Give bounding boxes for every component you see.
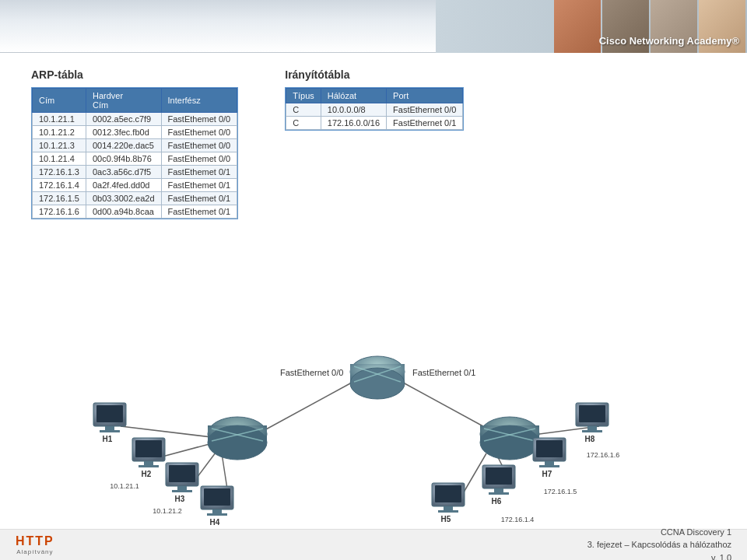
table-row: 10.1.21.30014.220e.dac5FastEthemet 0/0	[33, 139, 237, 152]
arp-table-wrapper: ARP-tábla Cím HardverCím Interfész 10.1.…	[31, 68, 238, 219]
svg-point-19	[208, 425, 267, 460]
svg-point-14	[350, 368, 405, 399]
svg-text:H7: H7	[542, 470, 552, 478]
svg-rect-60	[489, 492, 509, 495]
footer-line3: v. 1.0	[587, 551, 731, 560]
svg-rect-40	[177, 486, 187, 490]
svg-text:H8: H8	[585, 435, 595, 443]
routing-col-port: Port	[387, 89, 463, 103]
arp-col-cim: Cím	[33, 89, 86, 113]
footer-logo: HTTP Alapítvány	[16, 534, 54, 555]
svg-rect-28	[96, 405, 123, 422]
network-svg: FastEthernet 0/0 FastEthernet 0/1	[47, 271, 700, 560]
svg-text:172.16.1.5: 172.16.1.5	[544, 488, 577, 495]
arp-table-body: 10.1.21.10002.a5ec.c7f9FastEthemet 0/010…	[33, 113, 237, 219]
svg-rect-66	[539, 465, 559, 467]
table-row: 172.16.1.30ac3.a56c.d7f5FastEthemet 0/1	[33, 166, 237, 179]
svg-rect-53	[444, 506, 453, 510]
header-photo-1	[554, 0, 601, 53]
routing-table-title: Irányítótábla	[285, 68, 464, 81]
svg-text:10.1.21.1: 10.1.21.1	[110, 482, 139, 490]
table-row: 10.1.21.20012.3fec.fb0dFastEthemet 0/0	[33, 126, 237, 139]
svg-rect-46	[212, 509, 222, 513]
table-row: C172.16.0.0/16FastEthernet 0/1	[286, 117, 463, 130]
svg-line-0	[121, 426, 218, 438]
arp-col-hardver: HardverCím	[86, 89, 162, 113]
svg-rect-35	[139, 465, 159, 467]
svg-rect-58	[486, 467, 512, 485]
svg-rect-30	[100, 430, 120, 432]
footer-line1: CCNA Discovery 1	[587, 526, 731, 539]
svg-text:H6: H6	[492, 497, 502, 506]
footer: HTTP Alapítvány CCNA Discovery 1 3. feje…	[0, 529, 747, 560]
routing-col-tipus: Típus	[286, 89, 321, 103]
svg-rect-34	[144, 461, 153, 465]
svg-rect-72	[582, 430, 602, 432]
svg-rect-54	[438, 510, 458, 513]
table-row: 172.16.1.50b03.3002.ea2dFastEthemet 0/1	[33, 192, 237, 205]
header-logo-area: Cisco Networking Academy®	[436, 0, 747, 53]
http-logo-text: HTTP	[16, 534, 54, 548]
svg-rect-29	[105, 426, 114, 430]
main-content: ARP-tábla Cím HardverCím Interfész 10.1.…	[0, 53, 747, 529]
svg-rect-65	[545, 461, 554, 465]
svg-text:FastEthernet 0/0: FastEthernet 0/0	[280, 368, 343, 377]
arp-table-container: Cím HardverCím Interfész 10.1.21.10002.a…	[31, 87, 238, 219]
svg-text:H3: H3	[175, 495, 185, 503]
svg-rect-70	[579, 405, 605, 422]
svg-rect-33	[135, 440, 162, 457]
routing-table-wrapper: Irányítótábla Típus Hálózat Port C10.0.0…	[285, 68, 464, 219]
svg-text:H2: H2	[142, 470, 152, 478]
table-row: C10.0.0.0/8FastEthernet 0/0	[286, 103, 463, 117]
table-row: 10.1.21.400c0.9f4b.8b76FastEthemet 0/0	[33, 152, 237, 166]
svg-text:172.16.1.6: 172.16.1.6	[587, 451, 620, 459]
tables-area: ARP-tábla Cím HardverCím Interfész 10.1.…	[31, 68, 464, 219]
svg-rect-41	[172, 490, 192, 492]
alapitvany-text: Alapítvány	[16, 548, 53, 555]
svg-text:FastEthernet 0/1: FastEthernet 0/1	[412, 368, 475, 377]
svg-rect-52	[435, 485, 461, 502]
svg-line-4	[265, 383, 350, 430]
svg-rect-59	[494, 488, 503, 492]
routing-table-body: C10.0.0.0/8FastEthernet 0/0C172.16.0.0/1…	[286, 103, 463, 130]
svg-text:172.16.1.4: 172.16.1.4	[501, 516, 535, 523]
table-row: 10.1.21.10002.a5ec.c7f9FastEthemet 0/0	[33, 113, 237, 126]
network-diagram: FastEthernet 0/0 FastEthernet 0/1	[47, 271, 700, 560]
svg-text:H5: H5	[441, 515, 451, 523]
svg-text:10.1.21.2: 10.1.21.2	[153, 507, 182, 515]
routing-table-container: Típus Hálózat Port C10.0.0.0/8FastEthern…	[285, 87, 464, 131]
svg-rect-39	[169, 465, 195, 482]
svg-rect-47	[207, 513, 227, 516]
footer-line2: 3. fejezet – Kapcsolódás a hálózathoz	[587, 538, 731, 551]
svg-rect-45	[204, 488, 230, 506]
table-row: 172.16.1.40a2f.4fed.dd0dFastEthemet 0/1	[33, 179, 237, 192]
arp-col-interfesz: Interfész	[161, 89, 237, 113]
header: Cisco Networking Academy®	[0, 0, 747, 53]
routing-col-halozat: Hálózat	[321, 89, 386, 103]
svg-text:H4: H4	[210, 518, 220, 527]
arp-table-title: ARP-tábla	[31, 68, 238, 81]
table-row: 172.16.1.60d00.a94b.8caaFastEthemet 0/1	[33, 205, 237, 219]
svg-point-24	[480, 425, 539, 460]
svg-rect-71	[587, 426, 597, 430]
svg-text:H1: H1	[103, 435, 113, 443]
arp-table: Cím HardverCím Interfész 10.1.21.10002.a…	[32, 88, 237, 219]
cisco-brand: Cisco Networking Academy®	[599, 35, 739, 47]
footer-text: CCNA Discovery 1 3. fejezet – Kapcsolódá…	[587, 526, 731, 560]
routing-table: Típus Hálózat Port C10.0.0.0/8FastEthern…	[286, 88, 463, 130]
svg-rect-64	[536, 440, 563, 457]
svg-line-6	[405, 383, 490, 430]
